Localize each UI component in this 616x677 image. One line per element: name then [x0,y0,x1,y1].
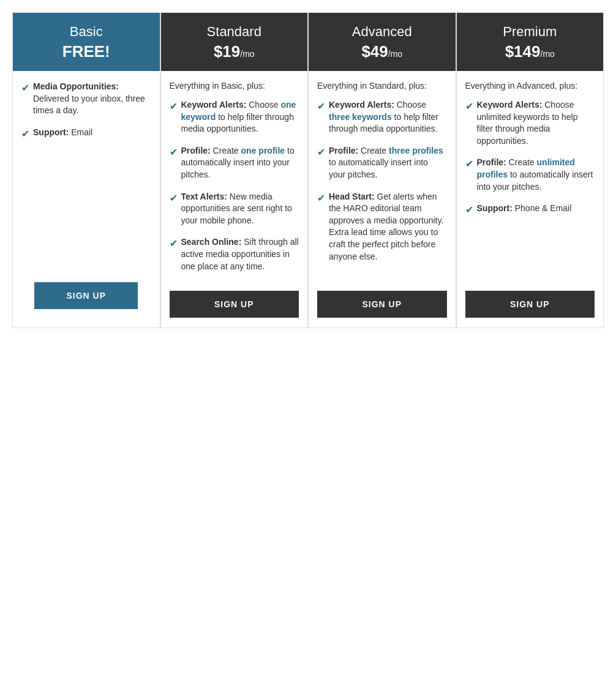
highlight-text: three profiles [389,146,443,155]
plan-basic-header: Basic FREE! [13,13,160,71]
plan-basic: Basic FREE! ✔ Media Opportunities: Deliv… [12,12,160,328]
highlight-text: three keywords [329,112,392,122]
checkmark-icon: ✔ [21,81,29,95]
checkmark-icon: ✔ [317,146,325,159]
standard-signup-button[interactable]: SIGN UP [170,291,299,318]
plan-premium-price: $149/mo [463,42,598,61]
plan-premium-name: Premium [463,24,598,40]
feature-text: Media Opportunities: Delivered to your i… [33,81,151,117]
everything-text: Everything in Advanced, plus: [465,81,595,91]
feature-title: Keyword Alerts: [181,100,247,110]
feature-title: Search Online: [181,237,242,247]
checkmark-icon: ✔ [465,203,473,217]
feature-title: Media Opportunities: [33,81,119,91]
basic-signup-button[interactable]: SIGN UP [34,282,138,309]
plan-standard-features: ✔ Keyword Alerts: Choose one keyword to … [170,99,299,282]
feature-title: Text Alerts: [181,192,227,201]
feature-text: Keyword Alerts: Choose one keyword to he… [181,99,299,135]
plan-advanced-header: Advanced $49/mo [309,13,456,71]
checkmark-icon: ✔ [317,100,325,113]
feature-text: Support: Phone & Email [477,203,572,215]
plan-advanced: Advanced $49/mo Everything in Standard, … [308,12,456,328]
feature-item: ✔ Keyword Alerts: Choose three keywords … [317,99,447,135]
feature-text: Profile: Create one profile to automatic… [181,145,299,181]
plan-standard-name: Standard [167,24,302,40]
feature-title: Support: [477,203,513,213]
checkmark-icon: ✔ [465,100,473,113]
checkmark-icon: ✔ [465,157,473,171]
feature-item: ✔ Head Start: Get alerts when the HARO e… [317,191,447,263]
feature-text: Search Online: Sift through all active m… [181,236,299,272]
feature-item: ✔ Support: Email [21,127,151,141]
plan-standard: Standard $19/mo Everything in Basic, plu… [160,12,309,328]
pricing-table: Basic FREE! ✔ Media Opportunities: Deliv… [12,12,604,328]
feature-title: Profile: [329,146,358,155]
checkmark-icon: ✔ [21,127,29,141]
plan-standard-header: Standard $19/mo [161,13,308,71]
plan-advanced-price: $49/mo [315,42,449,61]
feature-title: Support: [33,127,69,137]
feature-title: Profile: [477,157,506,167]
feature-item: ✔ Search Online: Sift through all active… [170,236,299,272]
highlight-text: one profile [241,146,285,155]
plan-standard-body: Everything in Basic, plus: ✔ Keyword Ale… [161,71,308,327]
feature-item: ✔ Keyword Alerts: Choose one keyword to … [170,99,299,135]
feature-text: Profile: Create unlimited profiles to au… [477,157,595,193]
feature-item: ✔ Keyword Alerts: Choose unlimited keywo… [465,99,595,147]
plan-premium-features: ✔ Keyword Alerts: Choose unlimited keywo… [465,99,595,282]
feature-title: Head Start: [329,192,375,201]
feature-text: Profile: Create three profiles to automa… [329,145,447,181]
feature-text: Text Alerts: New media opportunities are… [181,191,299,227]
feature-title: Keyword Alerts: [477,100,543,110]
feature-item: ✔ Support: Phone & Email [465,203,595,217]
everything-text: Everything in Standard, plus: [317,81,447,91]
feature-item: ✔ Profile: Create three profiles to auto… [317,145,447,181]
checkmark-icon: ✔ [170,100,178,113]
premium-signup-button[interactable]: SIGN UP [465,291,595,318]
feature-title: Profile: [181,146,211,155]
feature-text: Support: Email [33,127,92,139]
plan-premium-body: Everything in Advanced, plus: ✔ Keyword … [457,71,604,327]
plan-basic-features: ✔ Media Opportunities: Delivered to your… [21,81,151,282]
plan-premium-header: Premium $149/mo [457,13,604,71]
checkmark-icon: ✔ [170,192,178,205]
everything-text: Everything in Basic, plus: [170,81,299,91]
feature-item: ✔ Profile: Create one profile to automat… [170,145,299,181]
plan-basic-price: FREE! [19,42,154,61]
plan-advanced-body: Everything in Standard, plus: ✔ Keyword … [309,71,456,327]
plan-basic-body: ✔ Media Opportunities: Delivered to your… [13,71,160,327]
checkmark-icon: ✔ [170,146,178,159]
feature-text: Keyword Alerts: Choose unlimited keyword… [477,99,595,147]
feature-item: ✔ Profile: Create unlimited profiles to … [465,157,595,193]
feature-text: Head Start: Get alerts when the HARO edi… [329,191,447,263]
feature-title: Keyword Alerts: [329,100,394,110]
feature-text: Keyword Alerts: Choose three keywords to… [329,99,447,135]
plan-premium: Premium $149/mo Everything in Advanced, … [456,12,604,328]
feature-item: ✔ Media Opportunities: Delivered to your… [21,81,151,117]
plan-basic-name: Basic [19,24,154,40]
advanced-signup-button[interactable]: SIGN UP [317,291,447,318]
plan-advanced-features: ✔ Keyword Alerts: Choose three keywords … [317,99,447,282]
feature-item: ✔ Text Alerts: New media opportunities a… [170,191,299,227]
plan-standard-price: $19/mo [167,42,302,61]
checkmark-icon: ✔ [317,192,325,205]
checkmark-icon: ✔ [170,237,178,250]
plan-advanced-name: Advanced [315,24,449,40]
